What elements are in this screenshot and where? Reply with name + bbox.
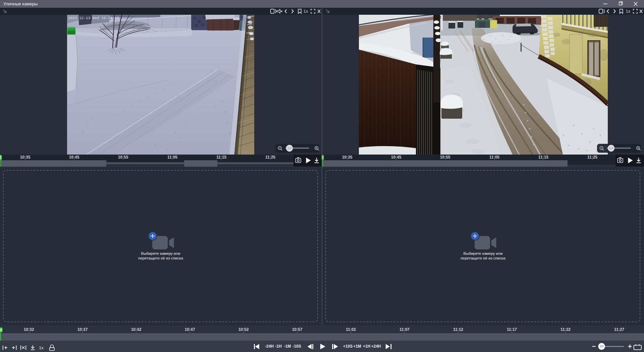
svg-text:1H: 1H — [600, 345, 603, 348]
svg-text:1.0: 1.0 — [287, 146, 291, 150]
svg-text:2023-12-13 Wed 10:29:19: 2023-12-13 Wed 10:29:19 — [68, 16, 119, 20]
svg-text:1x: 1x — [304, 9, 308, 14]
svg-text:1.0: 1.0 — [609, 146, 613, 150]
svg-text:1x: 1x — [39, 345, 44, 350]
svg-text:1x: 1x — [626, 9, 631, 14]
